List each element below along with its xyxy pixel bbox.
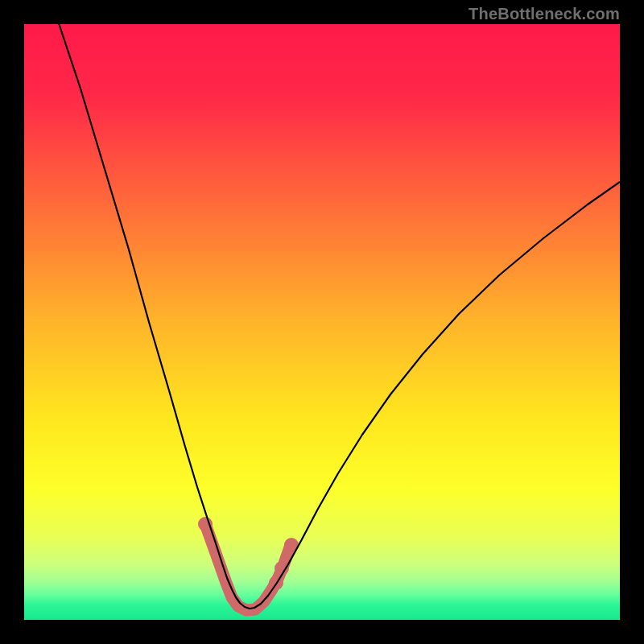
- plot-area: [24, 24, 620, 620]
- curve-layer: [24, 24, 620, 620]
- bottleneck-curve: [56, 24, 620, 609]
- watermark-text: TheBottleneck.com: [469, 5, 620, 23]
- frame: TheBottleneck.com: [0, 0, 644, 644]
